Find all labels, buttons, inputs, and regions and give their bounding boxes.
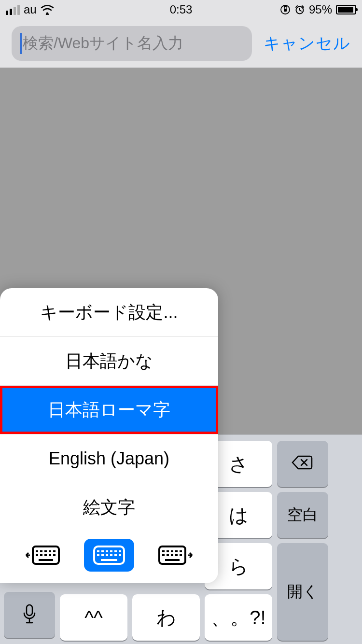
- alarm-icon: [294, 4, 305, 15]
- svg-rect-4: [27, 605, 32, 616]
- clock-time: 0:53: [170, 3, 193, 16]
- signal-strength-icon: [6, 5, 20, 15]
- keyboard-layout-footer: [0, 532, 218, 583]
- space-key[interactable]: 空白: [277, 492, 328, 538]
- keyboard-settings-item[interactable]: キーボード設定...: [0, 288, 218, 337]
- face-key[interactable]: ^^: [60, 594, 127, 641]
- layout-right-button[interactable]: [150, 539, 200, 572]
- open-key[interactable]: 開く: [277, 543, 328, 641]
- text-cursor: [20, 33, 22, 54]
- wifi-icon: [41, 4, 54, 15]
- svg-point-0: [46, 13, 48, 15]
- battery-icon: [336, 5, 356, 14]
- rotation-lock-icon: [280, 4, 291, 15]
- punct-key[interactable]: 、。?!: [205, 594, 272, 641]
- status-bar: au 0:53 95%: [0, 0, 362, 19]
- cancel-button[interactable]: キャンセル: [264, 32, 350, 55]
- status-left: au: [6, 3, 54, 16]
- layout-left-button[interactable]: [18, 539, 68, 572]
- keyboard-option-english[interactable]: English (Japan): [0, 434, 218, 483]
- backspace-icon: [292, 453, 314, 475]
- keyboard-option-kana[interactable]: 日本語かな: [0, 337, 218, 386]
- keyboard-option-emoji[interactable]: 絵文字: [0, 483, 218, 532]
- status-right: 95%: [280, 3, 356, 16]
- keyboard-switch-popup: キーボード設定... 日本語かな 日本語ローマ字 English (Japan)…: [0, 288, 218, 583]
- carrier-label: au: [24, 3, 37, 16]
- search-placeholder: 検索/Webサイト名入力: [23, 33, 183, 54]
- search-input[interactable]: 検索/Webサイト名入力: [12, 26, 252, 61]
- mic-key[interactable]: [4, 592, 55, 638]
- layout-center-button[interactable]: [84, 539, 134, 572]
- backspace-key[interactable]: [277, 441, 328, 487]
- keyboard-option-romaji[interactable]: 日本語ローマ字: [0, 386, 218, 434]
- search-row: 検索/Webサイト名入力 キャンセル: [0, 19, 362, 68]
- mic-icon: [22, 603, 37, 627]
- key-wa[interactable]: わ: [132, 594, 200, 641]
- svg-rect-2: [284, 9, 287, 12]
- battery-percent: 95%: [309, 3, 332, 16]
